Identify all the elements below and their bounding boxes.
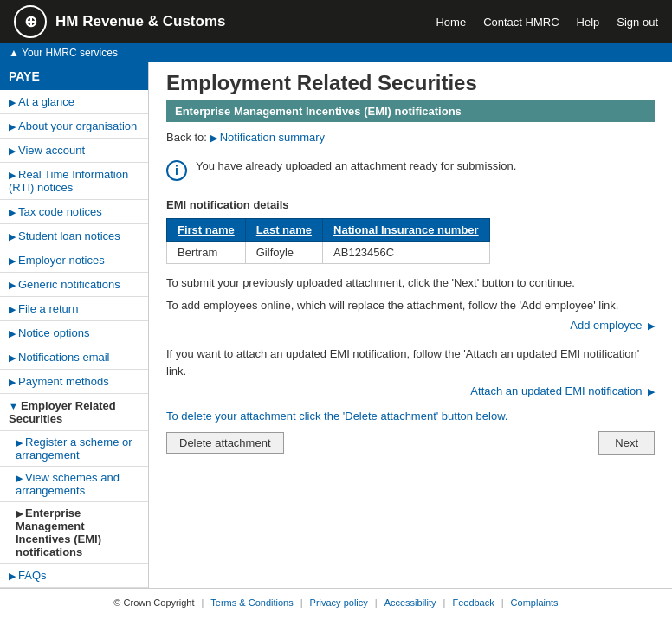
add-employee-link[interactable]: Add employee: [570, 319, 642, 332]
nav-home[interactable]: Home: [436, 16, 466, 29]
back-to-label: Back to:: [166, 131, 207, 144]
next-button[interactable]: Next: [598, 431, 655, 455]
arrow-icon: ▶: [9, 145, 16, 156]
arrow-icon: ▶: [9, 571, 16, 581]
sidebar-sub-emi-notifications[interactable]: ▶Enterprise Management Incentives (EMI) …: [0, 502, 148, 564]
arrow-icon: ▶: [9, 328, 16, 339]
footer: © Crown Copyright | Terms & Conditions |…: [0, 588, 672, 616]
info-message: You have already uploaded an attachment …: [196, 159, 516, 172]
accessibility-link[interactable]: Accessibility: [384, 597, 436, 608]
info-box: i You have already uploaded an attachmen…: [166, 154, 655, 186]
nav-contact[interactable]: Contact HMRC: [483, 16, 559, 29]
col-header-first-name: First name: [167, 219, 246, 242]
layout: PAYE ▶At a glance ▶About your organisati…: [0, 62, 672, 588]
add-employee-arrow-icon: ▶: [648, 320, 655, 331]
back-to: Back to: ▶ Notification summary: [166, 131, 655, 144]
sidebar-sub-register-scheme[interactable]: ▶Register a scheme or arrangement: [0, 431, 148, 467]
services-bar[interactable]: ▲ Your HMRC services: [0, 43, 672, 62]
attach-arrow-icon: ▶: [648, 386, 655, 397]
col-header-ni-number: National Insurance number: [323, 219, 490, 242]
sidebar-item-tax-code[interactable]: ▶Tax code notices: [0, 200, 148, 224]
ers-label: Employer Related Securities: [9, 399, 116, 425]
back-to-arrow: ▶: [210, 132, 220, 143]
emi-details-label: EMI notification details: [166, 198, 655, 211]
main-content: Employment Related Securities Enterprise…: [149, 62, 672, 588]
sidebar-item-notifications-email[interactable]: ▶Notifications email: [0, 345, 148, 370]
arrow-icon: ▶: [9, 207, 16, 217]
complaints-link[interactable]: Complaints: [511, 597, 559, 608]
page-title: Employment Related Securities: [166, 71, 655, 95]
copyright: © Crown Copyright: [113, 597, 194, 608]
sidebar-item-payment-methods[interactable]: ▶Payment methods: [0, 370, 148, 394]
services-bar-triangle: ▲: [9, 47, 19, 59]
delete-attachment-button[interactable]: Delete attachment: [166, 432, 284, 454]
feedback-link[interactable]: Feedback: [452, 597, 494, 608]
arrow-icon: ▶: [9, 231, 16, 242]
sidebar-item-view-account[interactable]: ▶View account: [0, 139, 148, 163]
sidebar-item-about-org[interactable]: ▶About your organisation: [0, 114, 148, 139]
arrow-icon: ▶: [9, 377, 16, 387]
cell-last-name: Gilfoyle: [245, 242, 322, 264]
table-row: Bertram Gilfoyle AB123456C: [167, 242, 490, 264]
header-nav: Home Contact HMRC Help Sign out: [436, 16, 658, 29]
para-attach: If you want to attach an updated EMI not…: [166, 345, 655, 379]
sidebar-item-generic-notifications[interactable]: ▶Generic notifications: [0, 273, 148, 297]
ers-arrow-icon: ▼: [9, 401, 18, 411]
terms-link[interactable]: Terms & Conditions: [210, 597, 293, 608]
arrow-icon: ▶: [9, 304, 16, 314]
header: ⊕ HM Revenue & Customs Home Contact HMRC…: [0, 0, 672, 43]
sidebar-item-file-a-return[interactable]: ▶File a return: [0, 297, 148, 321]
arrow-icon: ▶: [9, 121, 16, 132]
header-logo: ⊕ HM Revenue & Customs: [14, 5, 225, 38]
sidebar: PAYE ▶At a glance ▶About your organisati…: [0, 62, 149, 588]
arrow-icon: ▶: [16, 508, 23, 519]
sidebar-paye-label: PAYE: [0, 62, 148, 90]
sidebar-sub-ers: ▶Register a scheme or arrangement ▶View …: [0, 431, 148, 564]
arrow-icon: ▶: [9, 280, 16, 290]
cell-ni-number: AB123456C: [323, 242, 490, 264]
action-row: Delete attachment Next: [166, 431, 655, 455]
arrow-icon: ▶: [16, 437, 23, 448]
section-header: Enterprise Management Incentives (EMI) n…: [166, 100, 655, 122]
sidebar-item-employer-notices[interactable]: ▶Employer notices: [0, 248, 148, 273]
delete-note-row: To delete your attachment click the 'Del…: [166, 410, 655, 423]
para-submit: To submit your previously uploaded attac…: [166, 274, 655, 292]
emi-table: First name Last name National Insurance …: [166, 218, 490, 264]
sidebar-item-at-a-glance[interactable]: ▶At a glance: [0, 90, 148, 114]
arrow-icon: ▶: [9, 255, 16, 266]
back-to-link[interactable]: Notification summary: [220, 131, 325, 144]
nav-help[interactable]: Help: [577, 16, 600, 29]
hmrc-logo-icon: ⊕: [14, 5, 47, 38]
arrow-icon: ▶: [9, 352, 16, 363]
sidebar-sub-view-schemes[interactable]: ▶View schemes and arrangements: [0, 467, 148, 502]
attach-updated-link[interactable]: Attach an updated EMI notification: [470, 384, 642, 397]
arrow-icon: ▶: [9, 170, 16, 180]
col-header-last-name: Last name: [245, 219, 322, 242]
services-bar-label[interactable]: Your HMRC services: [22, 47, 118, 59]
sidebar-item-rti-notices[interactable]: ▶Real Time Information (RTI) notices: [0, 163, 148, 200]
cell-first-name: Bertram: [167, 242, 246, 264]
delete-note: To delete your attachment click the 'Del…: [166, 410, 507, 423]
nav-signout[interactable]: Sign out: [617, 16, 658, 29]
para-attach-text: If you want to attach an updated EMI not…: [166, 347, 639, 378]
attach-updated-link-row: Attach an updated EMI notification ▶: [166, 384, 655, 397]
add-employee-link-row: Add employee ▶: [166, 319, 655, 332]
arrow-icon: ▶: [16, 473, 23, 483]
sidebar-item-notice-options[interactable]: ▶Notice options: [0, 321, 148, 345]
arrow-icon: ▶: [9, 97, 16, 107]
header-title: HM Revenue & Customs: [55, 13, 225, 30]
info-icon: i: [166, 160, 187, 181]
para-add-employee: To add employees online, which will repl…: [166, 297, 655, 314]
sidebar-item-student-loan[interactable]: ▶Student loan notices: [0, 224, 148, 248]
privacy-link[interactable]: Privacy policy: [310, 597, 368, 608]
sidebar-item-employer-related-securities[interactable]: ▼Employer Related Securities: [0, 394, 148, 431]
sidebar-item-faqs[interactable]: ▶FAQs: [0, 564, 148, 588]
